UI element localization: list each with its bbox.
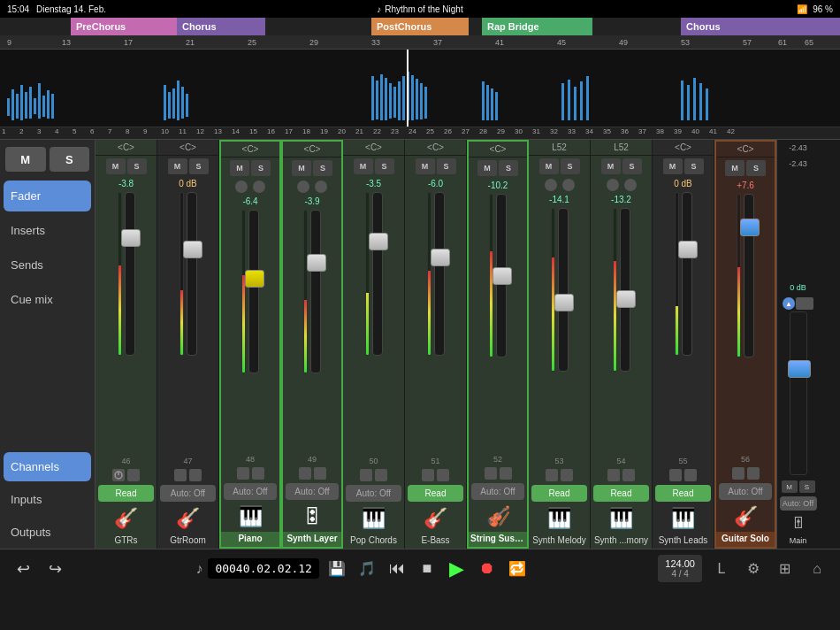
channel-mute-49[interactable]: M (292, 160, 311, 176)
auto-off-btn-56[interactable]: Auto: Off (719, 483, 772, 500)
channel-solo-48[interactable]: S (251, 160, 271, 176)
svg-rect-40 (687, 85, 690, 120)
fader-nav-button[interactable]: Fader (4, 181, 91, 211)
svg-rect-12 (168, 92, 171, 119)
svg-rect-24 (402, 76, 405, 120)
channel-name-55: Synth Leads (653, 534, 714, 549)
master-solo-button[interactable]: S (50, 147, 90, 172)
channel-strip-51: <C> M S -6.0 51 Re (405, 140, 467, 549)
channel-mute-54[interactable]: M (601, 158, 621, 174)
read-btn-54[interactable]: Read (593, 485, 649, 502)
channel-solo-53[interactable]: S (561, 158, 580, 174)
svg-rect-37 (580, 81, 583, 120)
channel-solo-47[interactable]: S (189, 158, 209, 174)
auto-off-btn-52[interactable]: Auto: Off (471, 483, 524, 500)
auto-off-btn-47[interactable]: Auto: Off (160, 485, 216, 502)
rewind-button[interactable]: ⏮ (385, 557, 409, 581)
auto-off-btn-49[interactable]: Auto: Off (286, 483, 339, 500)
channel-label-52: <C> (469, 142, 527, 158)
record-button[interactable]: ⏺ (475, 557, 500, 581)
tempo-display[interactable]: 124.00 4 / 4 (658, 555, 702, 582)
svg-rect-1 (11, 89, 14, 120)
channel-mute-52[interactable]: M (477, 160, 497, 176)
instrument-icon-54: 🎹 (609, 503, 633, 534)
read-btn-55[interactable]: Read (655, 485, 711, 502)
status-time: 15:04 (7, 4, 29, 14)
channel-solo-54[interactable]: S (622, 158, 642, 174)
read-btn-51[interactable]: Read (408, 485, 463, 502)
svg-rect-11 (164, 85, 166, 120)
channel-strip-54: L52 M S -13.2 54 (591, 140, 653, 549)
section-postchorus[interactable]: PostChorus (371, 18, 469, 35)
channel-solo-49[interactable]: S (313, 160, 332, 176)
svg-rect-23 (398, 81, 401, 120)
inserts-nav-button[interactable]: Inserts (4, 215, 91, 246)
channel-strip-52: <C> M S -10.2 52 A (467, 140, 529, 549)
instrument-icon-49: 🎛 (302, 502, 322, 532)
auto-off-main[interactable]: Auto: Off (780, 496, 817, 511)
loop-button[interactable]: 🔁 (505, 557, 530, 581)
section-rapbridge[interactable]: Rap Bridge (482, 18, 592, 35)
metronome-button[interactable]: 🎵 (355, 557, 379, 581)
channel-mute-48[interactable]: M (230, 160, 249, 176)
channel-label-51: <C> (405, 140, 466, 156)
channel-mute-56[interactable]: M (725, 160, 745, 176)
svg-rect-34 (561, 83, 564, 120)
outputs-nav-button[interactable]: Outputs (4, 518, 91, 547)
timeline-ruler-top: 9 13 17 21 25 29 33 37 41 45 49 53 57 61… (0, 35, 840, 50)
master-mute-button[interactable]: M (5, 147, 46, 172)
channel-solo-46[interactable]: S (127, 158, 147, 174)
redo-button[interactable]: ↪ (42, 557, 67, 581)
channel-strip-55: <C> M S 0 dB 55 Re (653, 140, 714, 549)
home-button[interactable]: ⌂ (805, 557, 829, 581)
channel-mute-51[interactable]: M (416, 158, 435, 174)
svg-rect-3 (20, 85, 23, 120)
play-button[interactable]: ▶ (445, 557, 470, 581)
section-chorus2[interactable]: Chorus (681, 18, 840, 35)
read-btn-46[interactable]: Read (98, 485, 154, 502)
mixer-area: M S Fader Inserts Sends Cue mix Channels… (0, 140, 840, 549)
stop-button[interactable]: ■ (415, 557, 439, 581)
channel-label-56: <C> (716, 142, 775, 158)
channels-container[interactable]: <C> M S -3.8 46 (95, 140, 840, 549)
inputs-nav-button[interactable]: Inputs (4, 485, 91, 514)
svg-rect-2 (16, 94, 19, 119)
svg-rect-19 (380, 74, 383, 120)
channel-solo-56[interactable]: S (746, 160, 766, 176)
channel-solo-52[interactable]: S (499, 160, 518, 176)
waveform-area[interactable] (0, 50, 840, 127)
tuner-button[interactable]: L (709, 557, 734, 581)
channel-mute-46[interactable]: M (106, 158, 126, 174)
main-mute[interactable]: M (782, 480, 798, 493)
read-btn-53[interactable]: Read (531, 485, 587, 502)
channel-solo-55[interactable]: S (684, 158, 704, 174)
svg-rect-18 (376, 81, 378, 119)
main-solo[interactable]: S (799, 480, 815, 493)
svg-rect-29 (424, 87, 427, 119)
channel-solo-50[interactable]: S (375, 158, 394, 174)
channels-nav-button[interactable]: Channels (4, 452, 91, 481)
channel-mute-53[interactable]: M (539, 158, 559, 174)
channel-mute-47[interactable]: M (168, 158, 187, 174)
db-value-47: 0 dB (179, 179, 197, 188)
section-chorus1[interactable]: Chorus (177, 18, 265, 35)
channel-mute-50[interactable]: M (354, 158, 373, 174)
channel-label-47: <C> (157, 140, 218, 156)
save-button[interactable]: 💾 (325, 557, 349, 581)
channel-solo-51[interactable]: S (437, 158, 456, 174)
auto-off-btn-50[interactable]: Auto: Off (346, 485, 401, 502)
cuemix-nav-button[interactable]: Cue mix (4, 284, 91, 315)
undo-button[interactable]: ↩ (11, 557, 35, 581)
svg-rect-30 (482, 81, 485, 120)
svg-rect-6 (34, 98, 36, 114)
settings-button[interactable]: ⚙ (741, 557, 766, 581)
instrument-icon-55: 🎹 (671, 503, 695, 534)
sends-nav-button[interactable]: Sends (4, 250, 91, 280)
svg-rect-16 (186, 94, 188, 117)
channel-name-50: Pop Chords (343, 534, 404, 549)
channel-mute-55[interactable]: M (663, 158, 683, 174)
section-prechorus[interactable]: PreChorus (71, 18, 177, 35)
auto-off-btn-48[interactable]: Auto: Off (224, 483, 277, 500)
grid-button[interactable]: ⊞ (773, 557, 798, 581)
svg-rect-26 (411, 75, 414, 120)
